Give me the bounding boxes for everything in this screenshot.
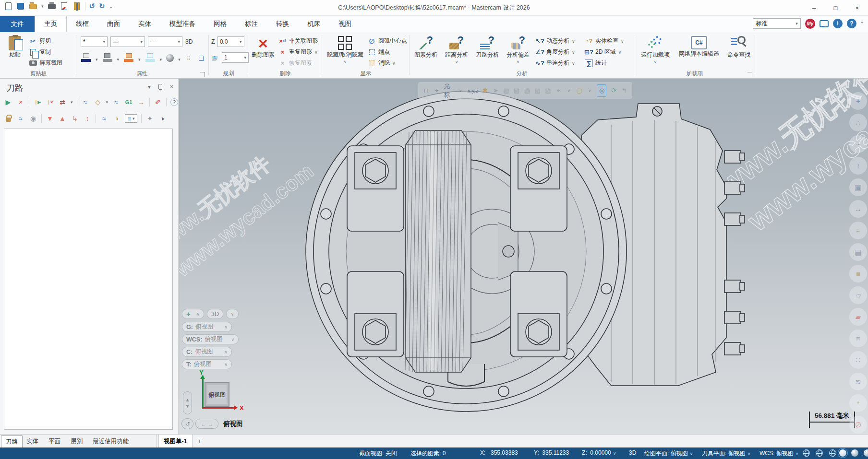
color-grid-button[interactable]: ∷: [849, 351, 867, 369]
hide-unhide-button[interactable]: 隐藏/取消隐藏 ∨: [324, 33, 367, 69]
script-editor-button[interactable]: C# 网络脚本编辑器: [675, 33, 723, 69]
pin-icon[interactable]: [158, 84, 162, 90]
analyze-chain-button[interactable]: ∿?串连分析∨: [536, 58, 575, 69]
disable-overlay-button[interactable]: ∅: [849, 416, 867, 434]
endpoints-button[interactable]: 端点: [368, 47, 407, 58]
select-mode-icon[interactable]: ⌖: [555, 86, 562, 95]
close-button[interactable]: ×: [846, 0, 868, 15]
delete-duplicates-button[interactable]: ×重复图形∨: [278, 47, 318, 58]
cut-button[interactable]: ✂剪切: [29, 35, 62, 47]
wireframe-globe-icon[interactable]: [803, 449, 810, 457]
redo-button[interactable]: ↻: [99, 2, 105, 11]
help-button[interactable]: ?: [847, 19, 856, 28]
point-style-dropdown[interactable]: *▾: [81, 36, 108, 47]
wcs-pill[interactable]: WCS:俯视图∨: [182, 334, 239, 344]
no-hidden-globe-icon[interactable]: [829, 449, 836, 457]
lock-icon[interactable]: [4, 114, 12, 123]
measure-button[interactable]: ↔: [849, 200, 867, 218]
tab-transform[interactable]: 转换: [267, 16, 298, 32]
circle-select-button-active[interactable]: ◎: [597, 84, 606, 97]
xyz-entry-button[interactable]: x,y,z: [468, 88, 478, 94]
list-button[interactable]: ≡: [849, 330, 867, 347]
bounding-box-button[interactable]: ▣: [849, 178, 867, 196]
report-button[interactable]: ◑: [158, 114, 167, 123]
blank-button[interactable]: 消隐∨: [368, 58, 407, 69]
analyze-angle-button[interactable]: ∠?角度分析∨: [536, 47, 575, 58]
display-options-button[interactable]: ≣▾: [125, 114, 137, 123]
shaded-sphere-icon-active[interactable]: [839, 449, 846, 457]
pan-arrows-control[interactable]: ← →: [195, 419, 218, 429]
panel-tab-recent[interactable]: 最近使用功能: [88, 435, 133, 447]
cplane-pill[interactable]: C:俯视图∨: [182, 347, 232, 357]
select-arrow-icon[interactable]: ➤: [493, 86, 499, 95]
customize-qat-button[interactable]: ⌄: [109, 4, 113, 9]
arc-center-points-button[interactable]: ∅圆弧中心点: [368, 35, 407, 47]
screenshot-button[interactable]: 屏幕截图: [29, 58, 62, 69]
deselect-all-operations-button[interactable]: ×: [16, 98, 25, 106]
info-button[interactable]: i: [833, 19, 843, 28]
resize-grip[interactable]: ⋰: [861, 450, 867, 457]
gear-icon[interactable]: *: [849, 394, 867, 412]
add-view-pill[interactable]: +∨: [182, 309, 204, 319]
cplane-status[interactable]: 绘图平面: 俯视图∨: [644, 449, 693, 458]
viewsheet-tab[interactable]: 视图单-1: [158, 435, 193, 448]
rotate-view-button[interactable]: ↺: [181, 418, 193, 429]
delete-entities-button[interactable]: × 删除图素: [250, 33, 277, 69]
graphics-viewport[interactable]: www.无忧软件 www.wycad.com www.无忧软件 www.wyca…: [179, 79, 868, 434]
wireframe-color-button[interactable]: [81, 53, 91, 62]
material-button[interactable]: [166, 54, 174, 62]
toolpath-options-button[interactable]: ≈: [112, 98, 121, 106]
window-select-icon[interactable]: ▢: [576, 86, 583, 95]
area-2d-button[interactable]: ⊞?2D 区域∨: [585, 47, 624, 58]
tab-solids[interactable]: 实体: [129, 16, 160, 32]
my-mastercam-button[interactable]: My: [805, 19, 815, 29]
match-attributes-icon[interactable]: ❏: [197, 54, 205, 62]
surface-button[interactable]: ≈: [849, 222, 867, 239]
chevron-down-icon[interactable]: ∨: [457, 86, 464, 95]
tab-surfaces[interactable]: 曲面: [98, 16, 129, 32]
collapse-ribbon-button[interactable]: ^: [861, 21, 863, 26]
mode-indicator[interactable]: 3D: [629, 449, 636, 456]
command-finder-button[interactable]: 命令查找: [725, 33, 753, 69]
undo-button[interactable]: ↺: [89, 2, 96, 11]
layers-button[interactable]: ≋: [849, 373, 867, 390]
toolpaths-tree-area[interactable]: [4, 129, 173, 430]
toolpath-display-button[interactable]: ≈: [81, 98, 90, 106]
move-insert-arrow-button[interactable]: ⇄: [58, 98, 67, 106]
tab-mesh[interactable]: 网格: [205, 16, 236, 32]
panel-tab-levels[interactable]: 层别: [66, 435, 87, 447]
help-icon[interactable]: ?: [170, 98, 178, 106]
open-button[interactable]: [29, 2, 37, 11]
point-select-button[interactable]: ∴: [849, 114, 867, 131]
line-width-dropdown[interactable]: —▾: [148, 36, 182, 47]
move-up-button[interactable]: ▲: [58, 114, 67, 123]
delete-non-associative-button[interactable]: ×↺非关联图形: [278, 35, 318, 47]
hidden-wireframe-globe-icon[interactable]: [816, 449, 823, 457]
mesh-color-button[interactable]: [123, 53, 134, 62]
print-button[interactable]: [48, 2, 56, 11]
select-associated-geometry-button[interactable]: ≈: [100, 114, 108, 123]
solid-box-button[interactable]: ▤: [849, 243, 867, 261]
analyze-deviation-button[interactable]: ? 分析偏差 ∨: [503, 33, 533, 69]
add-viewsheet-button[interactable]: +: [198, 435, 201, 448]
export-operation-button[interactable]: →: [137, 98, 145, 106]
add-geometry-button[interactable]: +: [849, 92, 867, 110]
new-file-button[interactable]: [4, 2, 12, 11]
run-addin-button[interactable]: 运行加载项 ∨: [638, 33, 673, 69]
regenerate-operations-button[interactable]: ⊺▶: [33, 98, 42, 106]
dialog-launcher-icon[interactable]: [200, 72, 205, 77]
edit-tool-button[interactable]: ✐: [154, 98, 162, 106]
maximize-button[interactable]: □: [825, 0, 846, 15]
panel-tab-planes[interactable]: 平面: [44, 435, 65, 447]
section-view-status[interactable]: 截面视图: 关闭: [359, 449, 397, 458]
line-style-dropdown[interactable]: —▾: [110, 36, 145, 47]
geometry-select-button[interactable]: ◑: [112, 114, 121, 123]
z-depth-field[interactable]: 0.0▾: [217, 36, 244, 47]
zoom-arrows-control[interactable]: ▲ ▼: [183, 391, 192, 414]
analyze-toolpath-button[interactable]: ? 刀路分析: [472, 33, 502, 69]
scroll-insert-button[interactable]: ↕: [83, 114, 92, 123]
style-preset-combo[interactable]: 标准 ▾: [753, 18, 801, 29]
feedback-icon[interactable]: [820, 20, 829, 27]
plane-indicator-box[interactable]: 俯视图: [205, 382, 229, 407]
solid-color-button[interactable]: [102, 53, 113, 62]
